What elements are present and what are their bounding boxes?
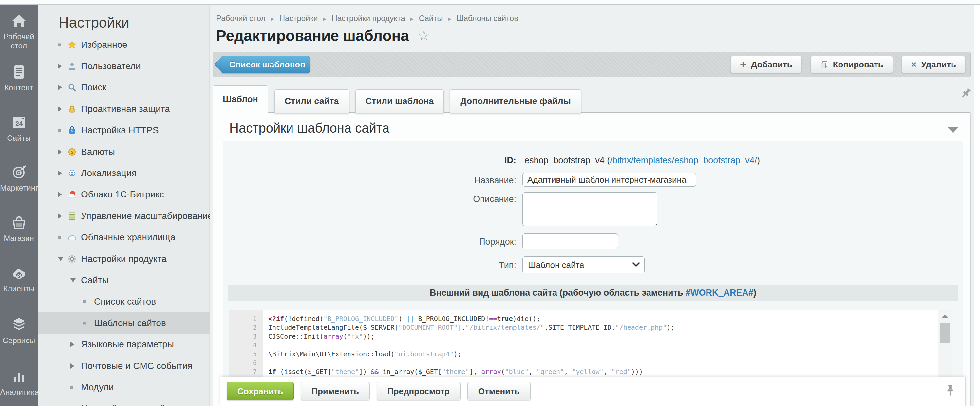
settings-sidebar: Настройки ИзбранноеПользователиПоискПроа…: [38, 5, 210, 406]
pin-icon[interactable]: [959, 87, 972, 100]
rail-item-sites[interactable]: 24Сайты: [0, 114, 38, 143]
bullet-icon[interactable]: [58, 236, 61, 239]
marketing-icon: [11, 164, 27, 181]
sidebar-item-13[interactable]: Список сайтов: [38, 291, 210, 312]
sidebar-item-11[interactable]: Настройки продукта: [38, 248, 210, 270]
sidebar-item-6[interactable]: $Валюты: [38, 141, 210, 162]
breadcrumb-item-2[interactable]: Настройки: [279, 14, 318, 22]
rail-item-marketing[interactable]: Маркетинг: [0, 164, 38, 192]
collapse-arrow-icon[interactable]: [58, 63, 62, 69]
sidebar-item-label: Модули: [81, 382, 114, 393]
favorite-star-icon[interactable]: ☆: [418, 29, 430, 43]
expand-arrow-icon[interactable]: [70, 278, 76, 282]
breadcrumb: Рабочий стол▸Настройки▸Настройки продукт…: [216, 14, 518, 23]
breadcrumb-separator-icon: ▸: [448, 15, 451, 22]
rail-item-label: Клиенты: [0, 284, 38, 293]
breadcrumb-item-3[interactable]: Настройки продукта: [331, 14, 405, 22]
sidebar-item-18[interactable]: Настройки модулей: [38, 398, 210, 406]
preview-button[interactable]: Предпросмотр: [377, 382, 461, 400]
sidebar-item-label: Проактивная защита: [81, 104, 170, 114]
rail-item-desktop[interactable]: Рабочий стол: [0, 13, 38, 51]
id-paren-close: ): [757, 155, 760, 165]
sidebar-item-2[interactable]: Пользователи: [38, 56, 210, 77]
type-select[interactable]: Шаблон сайта: [522, 256, 644, 273]
svg-text:24: 24: [15, 120, 22, 127]
name-input[interactable]: [522, 173, 696, 187]
sidebar-item-5[interactable]: SНастройка HTTPS: [38, 120, 210, 141]
cancel-button[interactable]: Отменить: [468, 382, 531, 400]
collapse-arrow-icon[interactable]: [58, 192, 62, 197]
collapse-arrow-icon[interactable]: [58, 214, 62, 219]
tab-1[interactable]: Шаблон: [213, 86, 268, 113]
collapse-arrow-icon[interactable]: [58, 149, 62, 155]
scrollbar-thumb[interactable]: [940, 323, 950, 343]
work-area-link[interactable]: #WORK_AREA#: [686, 288, 753, 298]
sidebar-item-12[interactable]: Сайты: [38, 270, 210, 291]
collapse-arrow-icon[interactable]: [70, 342, 74, 347]
collapse-arrow-icon[interactable]: [58, 171, 62, 176]
line-number: 2: [229, 323, 262, 332]
sidebar-item-3[interactable]: Поиск: [38, 77, 210, 98]
code-line-4: [268, 341, 938, 350]
button-label: Удалить: [921, 60, 956, 70]
sidebar-item-10[interactable]: Облачные хранилища: [38, 227, 210, 248]
template-list-button[interactable]: Список шаблонов: [216, 56, 310, 73]
rail-item-content[interactable]: Контент: [0, 63, 38, 92]
sidebar-item-17[interactable]: Модули: [38, 376, 210, 398]
expand-arrow-icon[interactable]: [58, 257, 63, 261]
bullet-icon[interactable]: [58, 129, 61, 132]
line-number: 6: [229, 358, 262, 367]
tab-4[interactable]: Дополнительные файлы: [450, 89, 581, 113]
breadcrumb-item-4[interactable]: Сайты: [419, 14, 443, 22]
rail-item-analytics[interactable]: Аналитика: [0, 368, 38, 397]
bullet-icon[interactable]: [83, 300, 86, 303]
delete-button[interactable]: ×Удалить: [901, 56, 966, 73]
breadcrumb-item-1[interactable]: Рабочий стол: [216, 14, 266, 22]
sidebar-item-9[interactable]: Управление масштабированием: [38, 205, 210, 227]
rail-item-label: Аналитика: [0, 388, 38, 397]
main-area: Рабочий стол▸Настройки▸Настройки продукт…: [210, 5, 974, 406]
rail-item-clients[interactable]: 24Клиенты: [0, 265, 38, 293]
rail-item-services[interactable]: Сервисы: [0, 316, 38, 345]
rail-item-label: Контент: [0, 83, 38, 92]
sidebar-item-1[interactable]: Избранное: [38, 34, 210, 56]
sidebar-item-8[interactable]: Облако 1С-Битрикс: [38, 184, 210, 205]
bullet-icon[interactable]: [58, 43, 61, 46]
collapse-arrow-icon[interactable]: [58, 106, 62, 112]
sidebar-item-label: Настройка HTTPS: [81, 125, 159, 136]
apply-button[interactable]: Применить: [301, 382, 370, 400]
sidebar-item-label: Сайты: [81, 275, 109, 285]
bottom-pin-icon[interactable]: [943, 384, 957, 397]
bullet-icon[interactable]: [83, 322, 86, 325]
tab-3[interactable]: Стили шаблона: [355, 89, 444, 113]
line-number: 3: [229, 332, 262, 341]
sites-icon: 24: [11, 114, 27, 131]
copy-button[interactable]: Копировать: [810, 56, 893, 73]
collapse-chevron-icon[interactable]: [948, 127, 958, 133]
sidebar-item-15[interactable]: Языковые параметры: [38, 334, 210, 355]
toolbar: Список шаблонов +ДобавитьКопировать×Удал…: [213, 52, 970, 77]
save-button[interactable]: Сохранить: [227, 382, 294, 400]
rail-item-shop[interactable]: Магазин: [0, 214, 38, 243]
sidebar-item-14[interactable]: Шаблоны сайтов: [38, 312, 210, 334]
sidebar-item-label: Валюты: [81, 147, 115, 157]
sort-input[interactable]: [522, 233, 618, 249]
collapse-arrow-icon[interactable]: [58, 85, 62, 90]
sidebar-item-16[interactable]: Почтовые и СМС события: [38, 355, 210, 376]
tab-2[interactable]: Стили сайта: [274, 89, 349, 113]
breadcrumb-item-5[interactable]: Шаблоны сайтов: [457, 14, 518, 22]
star-icon: [68, 41, 76, 49]
sidebar-item-label: Пользователи: [81, 61, 141, 71]
currency-icon: $: [68, 147, 76, 156]
scroll-up-icon[interactable]: [942, 314, 948, 318]
sidebar-item-label: Список сайтов: [94, 296, 156, 307]
add-button[interactable]: +Добавить: [730, 56, 802, 73]
sidebar-item-4[interactable]: Проактивная защита: [38, 98, 210, 119]
sidebar-item-7[interactable]: Локализация: [38, 162, 210, 184]
collapse-arrow-icon[interactable]: [70, 363, 74, 369]
sidebar-item-label: Облачные хранилища: [81, 232, 175, 243]
bullet-icon[interactable]: [70, 386, 73, 389]
analytics-icon: [11, 368, 27, 385]
template-path-link[interactable]: /bitrix/templates/eshop_bootstrap_v4/: [610, 155, 757, 165]
description-textarea[interactable]: [522, 192, 657, 226]
